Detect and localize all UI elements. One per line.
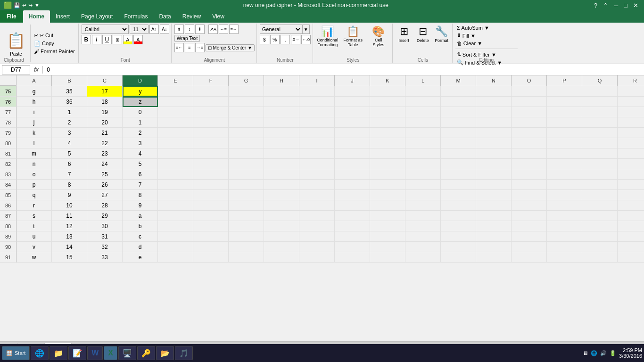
font-size-select[interactable]: 11 bbox=[130, 25, 149, 34]
cell-P82[interactable] bbox=[547, 159, 582, 169]
cell-B77[interactable]: 1 bbox=[52, 107, 87, 117]
cell-L84[interactable] bbox=[405, 180, 441, 190]
fill-color-button[interactable]: A bbox=[123, 35, 132, 44]
cell-E76[interactable] bbox=[158, 97, 193, 107]
cell-O81[interactable] bbox=[512, 148, 547, 159]
cell-G83[interactable] bbox=[229, 169, 264, 180]
cell-P80[interactable] bbox=[547, 138, 582, 148]
cell-Q84[interactable] bbox=[582, 180, 618, 190]
cell-H85[interactable] bbox=[264, 190, 299, 200]
cell-C76[interactable]: 18 bbox=[87, 97, 123, 107]
row-header-77[interactable]: 77 bbox=[0, 107, 17, 117]
cell-O77[interactable] bbox=[512, 107, 547, 117]
cell-I79[interactable] bbox=[299, 128, 335, 138]
cell-K90[interactable] bbox=[370, 242, 405, 252]
cell-H86[interactable] bbox=[264, 200, 299, 211]
percent-button[interactable]: % bbox=[270, 35, 280, 44]
cell-B87[interactable]: 11 bbox=[52, 211, 87, 221]
cell-A90[interactable]: v bbox=[17, 242, 52, 252]
cell-F88[interactable] bbox=[193, 221, 229, 231]
cell-E79[interactable] bbox=[158, 128, 193, 138]
row-header-89[interactable]: 89 bbox=[0, 231, 17, 242]
cell-E90[interactable] bbox=[158, 242, 193, 252]
cell-O90[interactable] bbox=[512, 242, 547, 252]
row-header-81[interactable]: 81 bbox=[0, 148, 17, 159]
cell-J81[interactable] bbox=[335, 148, 370, 159]
cell-A75[interactable]: g bbox=[17, 86, 52, 97]
cell-E83[interactable] bbox=[158, 169, 193, 180]
cell-L79[interactable] bbox=[405, 128, 441, 138]
cell-D91[interactable]: e bbox=[123, 252, 158, 263]
cell-G86[interactable] bbox=[229, 200, 264, 211]
start-button[interactable]: 🪟 Start bbox=[2, 346, 30, 360]
cell-M83[interactable] bbox=[441, 169, 476, 180]
cell-E86[interactable] bbox=[158, 200, 193, 211]
taskbar-security[interactable]: 🔑 bbox=[137, 346, 155, 360]
cell-H77[interactable] bbox=[264, 107, 299, 117]
cell-B89[interactable]: 13 bbox=[52, 231, 87, 242]
cell-D81[interactable]: 4 bbox=[123, 148, 158, 159]
cell-C87[interactable]: 29 bbox=[87, 211, 123, 221]
cell-E80[interactable] bbox=[158, 138, 193, 148]
col-header-P[interactable]: P bbox=[547, 75, 582, 86]
cell-G76[interactable] bbox=[229, 97, 264, 107]
cell-O82[interactable] bbox=[512, 159, 547, 169]
cell-F78[interactable] bbox=[193, 117, 229, 128]
cell-D82[interactable]: 5 bbox=[123, 159, 158, 169]
cell-P78[interactable] bbox=[547, 117, 582, 128]
cell-N75[interactable] bbox=[476, 86, 512, 97]
taskbar-explorer[interactable]: 📁 bbox=[50, 346, 67, 360]
cell-I77[interactable] bbox=[299, 107, 335, 117]
clear-button[interactable]: 🗑 Clear ▼ bbox=[455, 40, 518, 47]
cell-A80[interactable]: l bbox=[17, 138, 52, 148]
quick-access-save[interactable]: 💾 bbox=[14, 2, 20, 8]
cell-O87[interactable] bbox=[512, 211, 547, 221]
fill-button[interactable]: ⬇ Fill ▼ bbox=[455, 32, 518, 39]
col-header-F[interactable]: F bbox=[193, 75, 229, 86]
cell-D88[interactable]: b bbox=[123, 221, 158, 231]
comma-button[interactable]: , bbox=[281, 35, 290, 44]
format-as-table-button[interactable]: 📋 Format as Table bbox=[341, 25, 365, 49]
quick-access-undo[interactable]: ↩ bbox=[22, 2, 26, 8]
cell-I91[interactable] bbox=[299, 252, 335, 263]
col-header-L[interactable]: L bbox=[405, 75, 441, 86]
cell-H88[interactable] bbox=[264, 221, 299, 231]
cut-button[interactable]: ✂ ✂ Cut bbox=[33, 32, 76, 39]
cell-C83[interactable]: 25 bbox=[87, 169, 123, 180]
cell-K88[interactable] bbox=[370, 221, 405, 231]
cell-I85[interactable] bbox=[299, 190, 335, 200]
cell-R75[interactable] bbox=[618, 86, 644, 97]
ribbon-minimize-icon[interactable]: ⌃ bbox=[601, 2, 610, 9]
cell-P83[interactable] bbox=[547, 169, 582, 180]
cell-G81[interactable] bbox=[229, 148, 264, 159]
cell-A79[interactable]: k bbox=[17, 128, 52, 138]
cell-F80[interactable] bbox=[193, 138, 229, 148]
cell-E87[interactable] bbox=[158, 211, 193, 221]
cell-G82[interactable] bbox=[229, 159, 264, 169]
angle-text-button[interactable]: ↗A bbox=[208, 25, 218, 34]
cell-G84[interactable] bbox=[229, 180, 264, 190]
taskbar-show-desktop-icon[interactable]: 🖥 bbox=[583, 350, 588, 356]
cell-A76[interactable]: h bbox=[17, 97, 52, 107]
cell-M76[interactable] bbox=[441, 97, 476, 107]
cell-G91[interactable] bbox=[229, 252, 264, 263]
format-button[interactable]: 🔧 Format bbox=[433, 25, 450, 44]
col-header-G[interactable]: G bbox=[229, 75, 264, 86]
cell-P79[interactable] bbox=[547, 128, 582, 138]
cell-I80[interactable] bbox=[299, 138, 335, 148]
row-header-82[interactable]: 82 bbox=[0, 159, 17, 169]
row-header-88[interactable]: 88 bbox=[0, 221, 17, 231]
cell-P91[interactable] bbox=[547, 252, 582, 263]
select-all-button[interactable] bbox=[0, 75, 17, 86]
cell-A91[interactable]: w bbox=[17, 252, 52, 263]
cell-M81[interactable] bbox=[441, 148, 476, 159]
cell-C91[interactable]: 33 bbox=[87, 252, 123, 263]
cell-I76[interactable] bbox=[299, 97, 335, 107]
sort-filter-button[interactable]: ⇅ Sort & Filter ▼ bbox=[455, 51, 518, 58]
taskbar-ie[interactable]: 🌐 bbox=[31, 346, 49, 360]
cell-L88[interactable] bbox=[405, 221, 441, 231]
cell-M86[interactable] bbox=[441, 200, 476, 211]
cell-O88[interactable] bbox=[512, 221, 547, 231]
col-header-E[interactable]: E bbox=[158, 75, 193, 86]
cell-N87[interactable] bbox=[476, 211, 512, 221]
